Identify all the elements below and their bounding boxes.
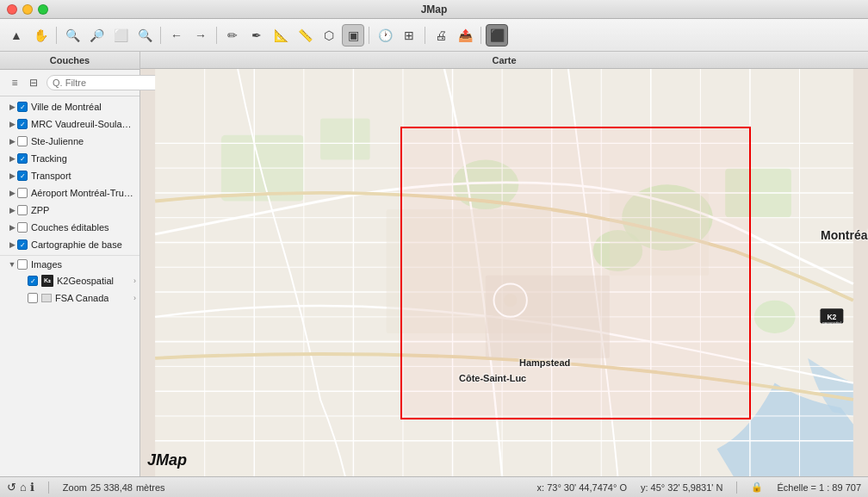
layer-item-mrc[interactable]: ▶ MRC Vaudreuil-Soulanges — [0, 115, 140, 133]
map-area[interactable]: Carte — [140, 52, 868, 476]
ruler-button[interactable]: 📏 — [294, 24, 316, 47]
layer-label: Couches éditables — [31, 222, 109, 233]
layer-checkbox[interactable] — [17, 102, 28, 112]
map-canvas[interactable]: K2 geospatial Montréal Hampstead Côte-Sa… — [140, 69, 868, 476]
layers-button[interactable]: ⊞ — [398, 24, 420, 47]
toolbar-separator-3 — [216, 27, 217, 44]
zoom-label: Zoom — [63, 482, 87, 493]
titlebar-buttons — [7, 4, 48, 15]
zoom-window-button[interactable]: ⬜ — [109, 24, 132, 47]
layer-tree-view-button[interactable]: ⊟ — [24, 73, 43, 92]
layer-checkbox[interactable] — [28, 276, 38, 286]
main-layout: Couches ≡ ⊟ ▶ Ville de Montréal ▶ MRC Va… — [0, 52, 868, 476]
layer-item-couches-editables[interactable]: ▶ Couches éditables — [0, 219, 140, 236]
layer-checkbox[interactable] — [17, 136, 28, 146]
svg-text:K2: K2 — [827, 313, 836, 321]
layer-checkbox[interactable] — [17, 188, 28, 198]
layer-checkbox[interactable] — [17, 153, 28, 164]
map-header: Carte — [140, 52, 868, 69]
layer-checkbox[interactable] — [17, 171, 28, 181]
layer-item-aeroport[interactable]: ▶ Aéroport Montréal-Trudeau — [0, 184, 140, 202]
layer-item-zpp[interactable]: ▶ ZPP — [0, 202, 140, 219]
layer-item-transport[interactable]: ▶ Transport — [0, 167, 140, 184]
edit-button[interactable]: ✒ — [245, 24, 268, 47]
statusbar-sep-2 — [736, 481, 737, 494]
expand-icon: ▶ — [7, 153, 17, 164]
zoom-in-button[interactable]: 🔍 — [61, 24, 84, 47]
sidebar: Couches ≡ ⊟ ▶ Ville de Montréal ▶ MRC Va… — [0, 52, 140, 476]
layer-item-images[interactable]: ▼ Images — [0, 255, 140, 272]
layer-item-ville-montreal[interactable]: ▶ Ville de Montréal — [0, 98, 140, 115]
layer-item-k2geospatial[interactable]: K₂ K2Geospatial › — [0, 272, 140, 289]
layer-label: Images — [31, 259, 62, 270]
toolbar-separator-4 — [369, 27, 369, 44]
layer-arrow-icon: › — [133, 276, 136, 285]
sidebar-search-bar: ≡ ⊟ — [0, 70, 140, 96]
layer-label: Ville de Montréal — [31, 102, 102, 112]
statusbar-controls: ↺ ⌂ ℹ — [7, 481, 34, 494]
coord-x: x: 73° 30' 44,7474° O — [537, 482, 627, 493]
svg-rect-36 — [610, 193, 709, 276]
refresh-icon[interactable]: ↺ — [7, 481, 16, 494]
layer-label: Aéroport Montréal-Trudeau — [31, 188, 136, 198]
expand-icon: ▶ — [7, 102, 17, 112]
toolbar-separator-5 — [425, 27, 425, 44]
select-rect-button[interactable]: ▣ — [342, 24, 364, 47]
layer-label: ZPP — [31, 205, 49, 215]
polygon-button[interactable]: ⬡ — [318, 24, 340, 47]
main-toolbar: ▲ ✋ 🔍 🔎 ⬜ 🔍 ← → ✏ ✒ 📐 📏 ⬡ ▣ 🕐 ⊞ 🖨 📤 ⬛ — [0, 19, 868, 52]
expand-icon: ▼ — [7, 259, 17, 270]
expand-icon: ▶ — [7, 136, 17, 146]
zoom-out-button[interactable]: 🔍 — [133, 24, 156, 47]
maximize-button[interactable] — [38, 4, 48, 15]
layer-item-tracking[interactable]: ▶ Tracking — [0, 150, 140, 167]
lock-icon[interactable]: 🔒 — [751, 481, 763, 493]
layer-item-cartographie[interactable]: ▶ Cartographie de base — [0, 236, 140, 253]
layer-checkbox[interactable] — [17, 119, 28, 129]
toolbar-separator-1 — [56, 27, 57, 44]
zoom-value: 25 338,48 — [90, 482, 133, 493]
search-button[interactable]: 🔎 — [85, 24, 108, 47]
expand-icon — [17, 276, 28, 286]
layer-checkbox[interactable] — [17, 259, 28, 270]
expand-icon — [17, 293, 28, 303]
toolbar-separator-2 — [160, 27, 161, 44]
layer-item-fsa-canada[interactable]: FSA Canada › — [0, 289, 140, 307]
layer-item-ste-julienne[interactable]: ▶ Ste-Julienne — [0, 133, 140, 150]
clock-button[interactable]: 🕐 — [374, 24, 396, 47]
select-tool-button[interactable]: ▲ — [5, 24, 28, 47]
minimize-button[interactable] — [22, 4, 33, 15]
export-button[interactable]: 📤 — [454, 24, 476, 47]
print-button[interactable]: 🖨 — [430, 24, 452, 47]
layer-checkbox[interactable] — [17, 205, 28, 215]
scale-label: Échelle = 1 : 89 707 — [777, 482, 861, 493]
statusbar-zoom: Zoom 25 338,48 mètres — [63, 482, 165, 493]
expand-icon: ▶ — [7, 205, 17, 215]
toolbar-separator-6 — [480, 27, 481, 44]
statusbar-right: x: 73° 30' 44,7474° O y: 45° 32' 5,9831'… — [537, 481, 861, 494]
map-view-button[interactable]: ⬛ — [486, 24, 508, 47]
expand-icon: ▶ — [7, 188, 17, 198]
expand-icon: ▶ — [7, 119, 17, 129]
layer-label: Transport — [31, 171, 71, 181]
layer-checkbox[interactable] — [17, 239, 28, 250]
close-button[interactable] — [7, 4, 17, 15]
forward-button[interactable]: → — [189, 24, 212, 47]
svg-point-38 — [504, 294, 517, 307]
info-icon[interactable]: ℹ — [30, 481, 34, 494]
layer-checkbox[interactable] — [17, 222, 28, 233]
app-title: JMap — [421, 3, 448, 16]
back-button[interactable]: ← — [165, 24, 188, 47]
statusbar: ↺ ⌂ ℹ Zoom 25 338,48 mètres x: 73° 30' 4… — [0, 476, 868, 497]
layer-label: Cartographie de base — [31, 239, 122, 250]
home-icon[interactable]: ⌂ — [20, 481, 27, 494]
expand-icon: ▶ — [7, 171, 17, 181]
layer-label: K2Geospatial — [57, 276, 114, 286]
layer-list-view-button[interactable]: ≡ — [5, 73, 24, 92]
draw-button[interactable]: ✏ — [221, 24, 244, 47]
expand-icon: ▶ — [7, 239, 17, 250]
svg-text:geospatial: geospatial — [822, 321, 841, 326]
pan-tool-button[interactable]: ✋ — [29, 24, 52, 47]
layer-checkbox[interactable] — [28, 293, 38, 303]
measure-button[interactable]: 📐 — [270, 24, 292, 47]
